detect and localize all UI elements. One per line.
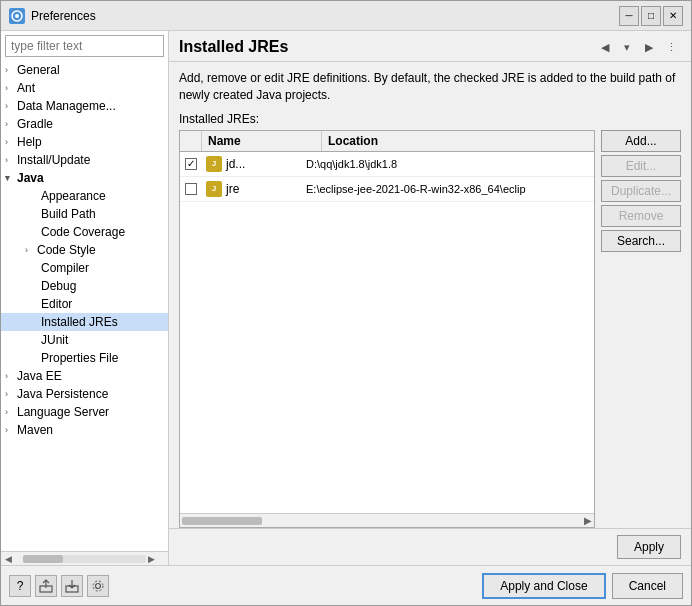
panel-description: Add, remove or edit JRE definitions. By … (169, 62, 691, 112)
window-controls: ─ □ ✕ (619, 6, 683, 26)
sidebar-item-help[interactable]: Help (1, 133, 168, 151)
row-checkbox-2[interactable] (180, 181, 202, 197)
table-area: Name Location J jd... (179, 130, 681, 528)
arrow-icon (25, 245, 37, 255)
settings-svg (91, 579, 105, 593)
app-icon (9, 8, 25, 24)
main-content: General Ant Data Manageme... Gradle Help (1, 31, 691, 565)
arrow-icon (5, 389, 17, 399)
apply-button[interactable]: Apply (617, 535, 681, 559)
sidebar-item-appearance[interactable]: Appearance (1, 187, 168, 205)
th-location: Location (322, 131, 594, 151)
panel-title: Installed JREs (179, 38, 288, 56)
row-location-1: D:\qq\jdk1.8\jdk1.8 (302, 156, 594, 172)
forward-button[interactable]: ▶ (639, 37, 659, 57)
preferences-window: Preferences ─ □ ✕ General Ant (0, 0, 692, 606)
sidebar-item-general[interactable]: General (1, 61, 168, 79)
export-icon[interactable] (35, 575, 57, 597)
row-name-2: J jre (202, 179, 302, 199)
sidebar-item-junit[interactable]: JUnit (1, 331, 168, 349)
row-location-2: E:\eclipse-jee-2021-06-R-win32-x86_64\ec… (302, 181, 594, 197)
sidebar-item-code-style[interactable]: Code Style (1, 241, 168, 259)
settings-icon[interactable] (87, 575, 109, 597)
svg-point-1 (15, 14, 19, 18)
maximize-button[interactable]: □ (641, 6, 661, 26)
down-button[interactable]: ▾ (617, 37, 637, 57)
bottom-bar: ? (1, 565, 691, 605)
arrow-icon (5, 101, 17, 111)
import-svg (65, 579, 79, 593)
table-rows: J jd... D:\qq\jdk1.8\jdk1.8 (180, 152, 594, 513)
installed-jres-label: Installed JREs: (179, 112, 681, 126)
row-name-1: J jd... (202, 154, 302, 174)
table-row[interactable]: J jd... D:\qq\jdk1.8\jdk1.8 (180, 152, 594, 177)
row-checkbox-1[interactable] (180, 156, 202, 172)
add-button[interactable]: Add... (601, 130, 681, 152)
svg-point-6 (96, 583, 101, 588)
scroll-right-btn[interactable]: ▶ (148, 554, 164, 564)
window-title: Preferences (31, 9, 619, 23)
sidebar-item-compiler[interactable]: Compiler (1, 259, 168, 277)
sidebar-item-build-path[interactable]: Build Path (1, 205, 168, 223)
sidebar-item-code-coverage[interactable]: Code Coverage (1, 223, 168, 241)
import-icon[interactable] (61, 575, 83, 597)
search-button[interactable]: Search... (601, 230, 681, 252)
bottom-left: ? (9, 575, 482, 597)
panel-body: Installed JREs: Name Location (169, 112, 691, 528)
arrow-icon (5, 425, 17, 435)
back-button[interactable]: ◀ (595, 37, 615, 57)
tree-container: General Ant Data Manageme... Gradle Help (1, 61, 168, 551)
sidebar-item-properties-file[interactable]: Properties File (1, 349, 168, 367)
side-buttons: Add... Edit... Duplicate... Remove Searc… (601, 130, 681, 528)
sidebar-item-java-persistence[interactable]: Java Persistence (1, 385, 168, 403)
title-bar: Preferences ─ □ ✕ (1, 1, 691, 31)
more-button[interactable]: ⋮ (661, 37, 681, 57)
sidebar-item-editor[interactable]: Editor (1, 295, 168, 313)
sidebar-scroll-bar[interactable]: ◀ ▶ (1, 551, 168, 565)
arrow-icon (5, 83, 17, 93)
panel-header: Installed JREs ◀ ▾ ▶ ⋮ (169, 31, 691, 62)
duplicate-button[interactable]: Duplicate... (601, 180, 681, 202)
table-row[interactable]: J jre E:\eclipse-jee-2021-06-R-win32-x86… (180, 177, 594, 202)
sidebar-item-gradle[interactable]: Gradle (1, 115, 168, 133)
arrow-icon (5, 371, 17, 381)
scroll-right-arrow[interactable]: ▶ (584, 515, 592, 526)
jre-icon-2: J (206, 181, 222, 197)
sidebar-item-language-server[interactable]: Language Server (1, 403, 168, 421)
panel-footer: Apply (169, 528, 691, 565)
scroll-left-btn[interactable]: ◀ (5, 554, 21, 564)
expand-arrow-icon (5, 173, 17, 183)
sidebar-item-ant[interactable]: Ant (1, 79, 168, 97)
minimize-button[interactable]: ─ (619, 6, 639, 26)
arrow-icon (5, 155, 17, 165)
remove-button[interactable]: Remove (601, 205, 681, 227)
apply-close-button[interactable]: Apply and Close (482, 573, 605, 599)
sidebar: General Ant Data Manageme... Gradle Help (1, 31, 169, 565)
sidebar-item-maven[interactable]: Maven (1, 421, 168, 439)
sidebar-item-data-management[interactable]: Data Manageme... (1, 97, 168, 115)
sidebar-item-java[interactable]: Java (1, 169, 168, 187)
cancel-button[interactable]: Cancel (612, 573, 683, 599)
sidebar-item-install-update[interactable]: Install/Update (1, 151, 168, 169)
arrow-icon (5, 407, 17, 417)
close-button[interactable]: ✕ (663, 6, 683, 26)
sidebar-item-installed-jres[interactable]: Installed JREs (1, 313, 168, 331)
table-header: Name Location (180, 131, 594, 152)
panel-toolbar: ◀ ▾ ▶ ⋮ (595, 37, 681, 57)
right-panel: Installed JREs ◀ ▾ ▶ ⋮ Add, remove or ed… (169, 31, 691, 565)
filter-input[interactable] (5, 35, 164, 57)
arrow-icon (5, 137, 17, 147)
horizontal-scrollbar-track (23, 555, 146, 563)
table-hscroll[interactable]: ▶ (180, 513, 594, 527)
horizontal-scrollbar-thumb (23, 555, 63, 563)
help-icon[interactable]: ? (9, 575, 31, 597)
checkbox-icon (185, 158, 197, 170)
svg-point-7 (93, 581, 103, 591)
checkbox-icon (185, 183, 197, 195)
jre-table: Name Location J jd... (179, 130, 595, 528)
sidebar-item-debug[interactable]: Debug (1, 277, 168, 295)
sidebar-item-java-ee[interactable]: Java EE (1, 367, 168, 385)
edit-button[interactable]: Edit... (601, 155, 681, 177)
jre-icon-1: J (206, 156, 222, 172)
arrow-icon (5, 65, 17, 75)
